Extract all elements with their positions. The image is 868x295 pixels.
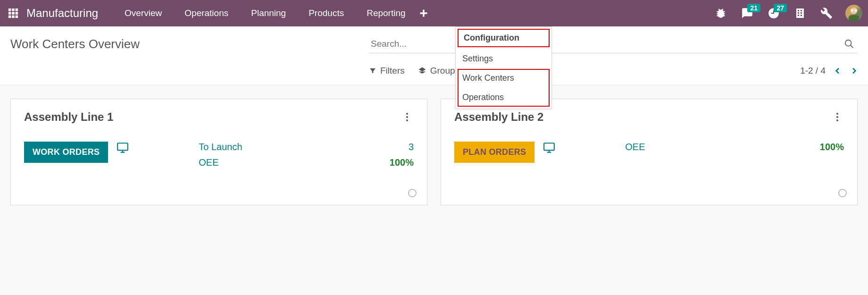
svg-point-18	[406, 116, 408, 118]
config-menu-work-centers[interactable]: Work Centers	[457, 68, 550, 88]
configuration-dropdown: Configuration Settings Work Centers Oper…	[455, 26, 552, 109]
svg-rect-20	[117, 143, 128, 150]
card-stats: To Launch 3 OEE 100%	[199, 142, 414, 168]
nav-planning[interactable]: Planning	[240, 0, 297, 26]
config-menu-header: Configuration	[457, 28, 550, 48]
tools-button[interactable]	[816, 3, 837, 24]
activities-button[interactable]: 27	[763, 3, 784, 24]
config-menu-settings[interactable]: Settings	[456, 49, 551, 68]
stat-label[interactable]: OEE	[199, 157, 390, 168]
stat-value[interactable]: 100%	[820, 142, 844, 152]
card-menu-button[interactable]	[831, 110, 844, 124]
work-center-card: Assembly Line 2 PLAN ORDERS OEE 100%	[441, 99, 858, 205]
svg-rect-2	[16, 8, 18, 11]
top-navbar: Manufacturing Overview Operations Planni…	[0, 0, 868, 26]
card-stats: OEE 100%	[625, 142, 844, 152]
search-bar[interactable]	[369, 34, 858, 53]
user-avatar[interactable]	[845, 5, 862, 22]
stat-value[interactable]: 3	[390, 142, 414, 152]
svg-rect-5	[16, 12, 18, 15]
pager: 1-2 / 4	[800, 66, 858, 76]
apps-launcher-button[interactable]	[6, 6, 21, 21]
work-centers-board: Assembly Line 1 WORK ORDERS To Launch 3 …	[0, 85, 868, 219]
svg-rect-0	[8, 8, 11, 11]
plan-orders-button[interactable]: PLAN ORDERS	[454, 142, 534, 163]
avatar-icon	[845, 5, 862, 22]
page-title: Work Centers Overview	[10, 37, 369, 51]
messages-button[interactable]: 21	[737, 3, 758, 24]
card-title[interactable]: Assembly Line 1	[24, 110, 401, 124]
nav-menu: Overview Operations Planning Products Re…	[113, 0, 430, 26]
control-panel: Work Centers Overview Filters Group By F…	[0, 26, 868, 85]
card-menu-button[interactable]	[401, 110, 414, 124]
svg-point-24	[836, 116, 838, 118]
building-icon	[794, 8, 806, 19]
config-menu-operations[interactable]: Operations	[457, 88, 550, 107]
stat-label[interactable]: To Launch	[199, 142, 390, 152]
chevron-left-icon	[834, 67, 842, 75]
tablet-view-button[interactable]	[543, 142, 555, 154]
nav-products[interactable]: Products	[297, 0, 355, 26]
search-input[interactable]	[371, 39, 843, 49]
svg-rect-3	[8, 12, 11, 15]
svg-rect-1	[12, 8, 15, 11]
stat-label[interactable]: OEE	[625, 142, 820, 152]
stat-value[interactable]: 100%	[390, 157, 414, 168]
pager-prev-button[interactable]	[834, 67, 842, 75]
company-button[interactable]	[790, 3, 810, 24]
bug-icon	[715, 7, 727, 19]
svg-rect-8	[16, 16, 18, 18]
messages-badge: 21	[747, 4, 760, 12]
app-title[interactable]: Manufacturing	[26, 7, 98, 20]
pager-text[interactable]: 1-2 / 4	[800, 66, 826, 76]
filters-label: Filters	[380, 66, 405, 76]
status-dot[interactable]	[838, 189, 847, 197]
svg-line-16	[851, 45, 853, 48]
svg-point-25	[836, 119, 838, 121]
nav-operations[interactable]: Operations	[173, 0, 240, 26]
search-icon	[844, 39, 854, 49]
work-center-card: Assembly Line 1 WORK ORDERS To Launch 3 …	[10, 99, 427, 205]
svg-rect-6	[8, 16, 11, 18]
svg-point-15	[845, 40, 851, 46]
svg-rect-7	[12, 16, 15, 18]
tablet-view-button[interactable]	[117, 142, 129, 154]
svg-point-17	[406, 113, 408, 115]
svg-rect-10	[420, 12, 427, 14]
nav-reporting[interactable]: Reporting	[355, 0, 417, 26]
chevron-right-icon	[850, 67, 858, 75]
status-dot[interactable]	[408, 189, 417, 197]
work-orders-button[interactable]: WORK ORDERS	[24, 142, 108, 163]
filters-dropdown[interactable]: Filters	[369, 66, 405, 76]
layers-icon	[418, 67, 426, 75]
svg-rect-12	[849, 15, 859, 22]
desktop-icon	[543, 142, 555, 154]
svg-point-23	[836, 113, 838, 115]
svg-rect-26	[544, 143, 554, 150]
svg-point-14	[854, 9, 857, 12]
svg-point-13	[851, 9, 853, 12]
debug-button[interactable]	[710, 3, 731, 24]
wrench-icon	[820, 7, 833, 19]
kebab-icon	[406, 112, 409, 122]
kebab-icon	[836, 112, 839, 122]
svg-rect-4	[12, 12, 15, 15]
desktop-icon	[117, 142, 129, 154]
funnel-icon	[369, 67, 376, 75]
activities-badge: 27	[774, 4, 787, 12]
nav-overview[interactable]: Overview	[113, 0, 173, 26]
pager-next-button[interactable]	[850, 67, 858, 75]
card-title[interactable]: Assembly Line 2	[454, 110, 831, 124]
svg-point-19	[406, 119, 408, 121]
search-button[interactable]	[843, 37, 856, 51]
nav-add-menu-button[interactable]	[417, 0, 430, 26]
